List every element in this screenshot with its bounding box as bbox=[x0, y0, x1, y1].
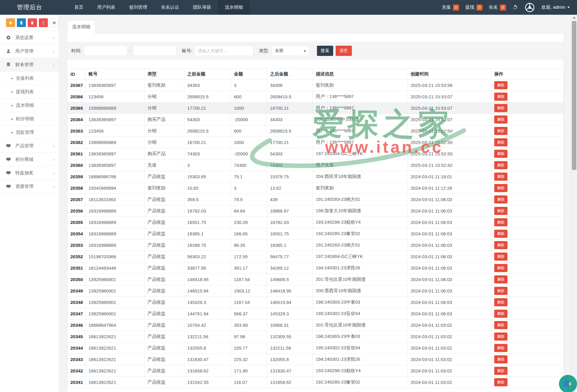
cell-type: 分销 bbox=[144, 103, 184, 114]
cell-id: 20364 bbox=[67, 114, 85, 125]
cell-created-time: 2024-03-01 11:06:03 bbox=[408, 205, 491, 217]
delete-button[interactable]: 删除 bbox=[494, 264, 507, 272]
floating-action-button[interactable] bbox=[559, 375, 577, 392]
delete-button[interactable]: 删除 bbox=[494, 332, 507, 341]
delete-button[interactable]: 删除 bbox=[494, 161, 507, 169]
cell-id: 20351 bbox=[67, 262, 85, 274]
nav-item[interactable]: 实名认证 bbox=[154, 0, 186, 15]
cell-after-amount: 13.82 bbox=[267, 182, 313, 194]
table-header-row: ID 账号 类型 之前金额 金额 之后金额 描述信息 bbox=[67, 69, 564, 80]
account-keyword-input[interactable] bbox=[194, 46, 253, 56]
sidebar-item[interactable]: 用户管理 › bbox=[0, 44, 59, 58]
table-row: 20342 18613922621 产品收益 131658.62 171.85 … bbox=[67, 365, 564, 377]
delete-button[interactable]: 删除 bbox=[494, 104, 507, 112]
sidebar-item[interactable]: 积分商城 › bbox=[0, 153, 59, 166]
table-row: 20347 13925980001 产品收益 144761.94 566.37 … bbox=[67, 308, 564, 320]
delete-button[interactable]: 删除 bbox=[494, 298, 507, 306]
type-select[interactable]: 全部 bbox=[272, 46, 309, 56]
delete-button[interactable]: 删除 bbox=[494, 184, 507, 192]
sidebar-item-label: 流水明细 bbox=[16, 103, 34, 108]
cell-created-time: 2025-03-21 15:53:07 bbox=[408, 114, 491, 125]
wheel-avatar-icon bbox=[525, 2, 535, 13]
type-label: 类型: bbox=[259, 48, 269, 54]
cell-amount: 391.17 bbox=[231, 262, 267, 274]
nav-item[interactable]: 流水明细 bbox=[218, 0, 250, 15]
nav-stat[interactable]: 实名 0 bbox=[489, 5, 506, 11]
delete-button[interactable]: 删除 bbox=[494, 253, 507, 261]
delete-button[interactable]: 删除 bbox=[494, 150, 507, 158]
cell-description: 196:240303-23中泰03 bbox=[313, 331, 408, 342]
sidebar-item[interactable]: ▸ 积分明细 bbox=[0, 112, 59, 126]
delete-button[interactable]: 删除 bbox=[494, 321, 507, 329]
cell-id: 20360 bbox=[67, 160, 85, 171]
cell-created-time: 2025-03-21 15:52:50 bbox=[408, 148, 491, 160]
sidebar-item[interactable]: 转盘抽奖 › bbox=[0, 166, 59, 180]
sidebar-item[interactable]: ▸ 贷款管理 bbox=[0, 126, 59, 139]
clear-button[interactable]: 清空 bbox=[336, 46, 352, 56]
cell-type: 产品收益 bbox=[144, 308, 184, 320]
cell-type: 产品收益 bbox=[144, 251, 184, 262]
cell-type: 分销 bbox=[144, 91, 184, 103]
toolbar-button[interactable] bbox=[39, 18, 48, 27]
tab-flow-details[interactable]: 流水明细 bbox=[67, 20, 95, 33]
scroll-up-icon[interactable] bbox=[573, 17, 576, 19]
sidebar-item[interactable]: ▸ 充值列表 bbox=[0, 72, 59, 85]
delete-button[interactable]: 删除 bbox=[494, 173, 507, 181]
cell-created-time: 2024-03-01 11:03:02 bbox=[408, 377, 491, 388]
sidebar-item[interactable]: 系统设置 › bbox=[0, 31, 59, 44]
nav-item[interactable]: 团队等级 bbox=[186, 0, 218, 15]
avatar[interactable] bbox=[524, 2, 535, 13]
delete-button[interactable]: 删除 bbox=[494, 355, 507, 363]
cell-amount: 1000 bbox=[231, 103, 267, 114]
delete-button[interactable]: 删除 bbox=[494, 115, 507, 124]
nav-item[interactable]: 用户列表 bbox=[90, 0, 122, 15]
table-body: 20367 13639365897 签到奖励 34303 3 34306 签到奖… bbox=[67, 80, 564, 388]
delete-button[interactable]: 删除 bbox=[494, 378, 507, 386]
sidebar-item[interactable]: ▸ 提现列表 bbox=[0, 85, 59, 99]
delete-button[interactable]: 删除 bbox=[494, 218, 507, 226]
date-from-input[interactable] bbox=[84, 46, 127, 56]
sidebar-item[interactable]: 资源管理 › bbox=[0, 180, 59, 193]
delete-button[interactable]: 删除 bbox=[494, 367, 507, 375]
stat-label: 实名 bbox=[489, 5, 498, 10]
sidebar-item[interactable]: 产品管理 › bbox=[0, 139, 59, 153]
nav-stat[interactable]: 充值 0 bbox=[442, 5, 459, 11]
nav-item[interactable]: 签到管理 bbox=[122, 0, 154, 15]
delete-button[interactable]: 删除 bbox=[494, 195, 507, 204]
delete-button[interactable]: 删除 bbox=[494, 275, 507, 283]
toolbar-button[interactable] bbox=[50, 18, 59, 27]
cell-before-amount: 54303 bbox=[184, 114, 231, 125]
delete-button[interactable]: 删除 bbox=[494, 241, 507, 249]
cell-id: 20359 bbox=[67, 171, 85, 182]
cell-description: 191:240283-23南方01 bbox=[313, 240, 408, 251]
nav-stat[interactable]: 提现 0 bbox=[465, 5, 482, 11]
delete-button[interactable]: 删除 bbox=[494, 81, 507, 89]
delete-button[interactable]: 删除 bbox=[494, 127, 507, 135]
cell-description: 206:113678-中贝转债 bbox=[313, 114, 408, 125]
delete-button[interactable]: 删除 bbox=[494, 138, 507, 146]
cell-id: 20361 bbox=[67, 148, 85, 160]
sidebar-item[interactable]: 财务管理 › bbox=[0, 58, 59, 72]
user-menu[interactable]: 欢迎, admin bbox=[541, 5, 570, 10]
cell-actions: 删除 bbox=[491, 80, 564, 91]
delete-button[interactable]: 删除 bbox=[494, 310, 507, 318]
delete-button[interactable]: 删除 bbox=[494, 287, 507, 295]
search-button[interactable]: 搜索 bbox=[317, 46, 333, 56]
toolbar-button[interactable] bbox=[28, 18, 37, 27]
delete-button[interactable]: 删除 bbox=[494, 93, 507, 101]
delete-button[interactable]: 删除 bbox=[494, 344, 507, 352]
date-to-input[interactable] bbox=[133, 46, 176, 56]
toolbar-button[interactable] bbox=[17, 18, 26, 27]
refresh-icon[interactable] bbox=[512, 5, 518, 10]
delete-button[interactable]: 删除 bbox=[494, 207, 507, 215]
toolbar-button[interactable] bbox=[6, 18, 15, 27]
nav-item[interactable]: 首页 bbox=[67, 0, 90, 15]
scrollbar-thumb[interactable] bbox=[572, 21, 576, 170]
delete-button[interactable]: 删除 bbox=[494, 230, 507, 238]
sidebar-item[interactable]: ▸ 流水明细 bbox=[0, 99, 59, 112]
cell-before-amount: 10.82 bbox=[184, 182, 231, 194]
cell-id: 20347 bbox=[67, 308, 85, 320]
cell-id: 20350 bbox=[67, 274, 85, 285]
cell-account: 18688647964 bbox=[85, 320, 144, 331]
stat-label: 充值 bbox=[442, 5, 451, 10]
